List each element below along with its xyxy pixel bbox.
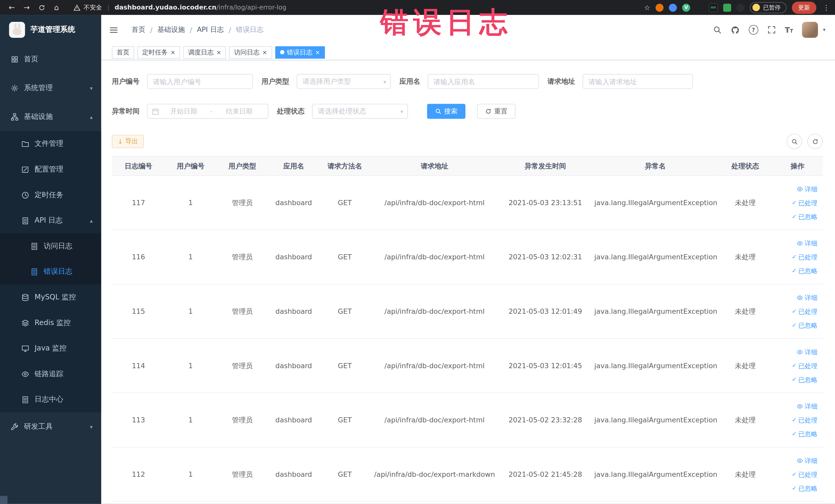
sidebar-item-mysql-monitor[interactable]: MySQL 监控 bbox=[0, 284, 101, 310]
sidebar-item-api-log[interactable]: API 日志 ▴ bbox=[0, 208, 101, 234]
sidebar-item-error-log[interactable]: 错误日志 bbox=[0, 259, 101, 284]
sidebar-toggle-button[interactable] bbox=[109, 25, 118, 35]
reload-button[interactable] bbox=[35, 2, 48, 13]
action-ignored[interactable]: ✓已忽略 bbox=[774, 209, 820, 223]
close-icon[interactable]: × bbox=[262, 49, 267, 55]
site-security-indicator[interactable]: 不安全 bbox=[74, 3, 102, 11]
action-ignored[interactable]: ✓已忽略 bbox=[774, 264, 820, 278]
breadcrumb-api-log[interactable]: API 日志 bbox=[197, 25, 224, 35]
cell-actions: 详细 ✓已处理 ✓已忽略 bbox=[772, 447, 823, 502]
sidebar-item-scheduled-jobs[interactable]: 定时任务 bbox=[0, 182, 101, 208]
extension-icon-orange[interactable] bbox=[656, 3, 664, 11]
tab-scheduled-jobs[interactable]: 定时任务× bbox=[137, 46, 180, 58]
sidebar-item-config-management[interactable]: 配置管理 bbox=[0, 157, 101, 182]
extension-grid-icon[interactable] bbox=[695, 3, 703, 11]
export-button[interactable]: ↓ 导出 bbox=[112, 135, 144, 148]
url-path: /infra/log/api-error-log bbox=[217, 4, 286, 11]
profile-emoji-icon bbox=[752, 4, 760, 11]
action-processed[interactable]: ✓已处理 bbox=[774, 304, 820, 318]
action-detail[interactable]: 详细 bbox=[774, 182, 820, 196]
sidebar-item-redis-monitor[interactable]: Redis 监控 bbox=[0, 310, 101, 336]
forward-button[interactable]: → bbox=[20, 2, 33, 13]
calendar-icon bbox=[152, 107, 159, 115]
tab-access-log[interactable]: 访问日志× bbox=[229, 46, 272, 58]
back-button[interactable]: ← bbox=[5, 2, 18, 13]
action-ignored[interactable]: ✓已忽略 bbox=[774, 318, 820, 332]
github-icon[interactable] bbox=[731, 25, 739, 35]
action-detail[interactable]: 详细 bbox=[774, 236, 820, 250]
action-processed[interactable]: ✓已处理 bbox=[774, 413, 820, 427]
page-content: 用户编号 用户类型 请选择用户类型 ▾ 应用名 bbox=[101, 60, 835, 504]
action-ignored[interactable]: ✓已忽略 bbox=[774, 481, 820, 495]
toggle-search-button[interactable] bbox=[787, 134, 802, 149]
action-processed[interactable]: ✓已处理 bbox=[774, 359, 820, 372]
action-processed[interactable]: ✓已处理 bbox=[774, 196, 820, 209]
refresh-table-button[interactable] bbox=[807, 134, 823, 149]
extension-dark-icon[interactable] bbox=[736, 3, 745, 11]
extension-icon-blue[interactable] bbox=[669, 3, 677, 11]
sidebar-item-system-management[interactable]: 系统管理 ▾ bbox=[0, 74, 101, 102]
caret-down-icon[interactable]: ▾ bbox=[823, 27, 825, 33]
profile-paused-chip[interactable]: 已暂停 bbox=[750, 2, 787, 13]
cell-method: GET bbox=[319, 447, 371, 502]
action-detail[interactable]: 详细 bbox=[774, 399, 820, 413]
sidebar-item-infrastructure[interactable]: 基础设施 ▴ bbox=[0, 102, 101, 131]
col-user-type: 用户类型 bbox=[216, 156, 268, 176]
action-detail[interactable]: 详细 bbox=[774, 345, 820, 359]
tab-error-log[interactable]: 错误日志× bbox=[275, 46, 325, 58]
app-logo[interactable]: 芋道管理系统 bbox=[0, 15, 101, 45]
sidebar-item-dev-tools[interactable]: 研发工具 ▾ bbox=[0, 412, 101, 441]
extension-on-icon[interactable]: on bbox=[709, 3, 718, 12]
extension-leaf-icon[interactable] bbox=[723, 3, 731, 11]
col-log-id: 日志编号 bbox=[112, 156, 165, 176]
app-name-input[interactable] bbox=[428, 74, 539, 89]
filter-request-url: 请求地址 bbox=[548, 74, 693, 89]
select-arrow-icon: ▾ bbox=[401, 108, 403, 114]
user-id-input[interactable] bbox=[147, 74, 253, 89]
action-ignored[interactable]: ✓已忽略 bbox=[774, 372, 820, 386]
chrome-update-button[interactable]: 更新 bbox=[792, 1, 816, 14]
col-actions: 操作 bbox=[772, 156, 823, 176]
sidebar-item-home[interactable]: 首页 bbox=[0, 45, 101, 74]
chrome-menu-icon[interactable]: ⋮ bbox=[823, 3, 830, 11]
breadcrumb-home[interactable]: 首页 bbox=[131, 25, 145, 35]
avatar[interactable] bbox=[802, 22, 818, 38]
address-bar[interactable]: dashboard.yudao.iocoder.cn/infra/log/api… bbox=[115, 4, 286, 11]
cell-method: GET bbox=[319, 284, 371, 339]
fullscreen-icon[interactable] bbox=[767, 26, 776, 34]
sidebar-item-log-center[interactable]: 日志中心 bbox=[0, 387, 101, 412]
start-date-placeholder[interactable]: 开始日期 bbox=[159, 107, 208, 116]
document-icon bbox=[30, 242, 38, 250]
action-processed[interactable]: ✓已处理 bbox=[774, 467, 820, 481]
date-range-picker[interactable]: 开始日期 - 结束日期 bbox=[147, 104, 268, 119]
home-button[interactable]: ⌂ bbox=[50, 2, 63, 13]
sidebar-item-trace[interactable]: 链路追踪 bbox=[0, 361, 101, 387]
font-size-icon[interactable]: TT bbox=[785, 26, 793, 34]
tabs-bar: 首页 定时任务× 调度日志× 访问日志× 错误日志× bbox=[101, 45, 835, 60]
sidebar-item-file-management[interactable]: 文件管理 bbox=[0, 131, 101, 157]
vue-devtools-icon[interactable]: V bbox=[682, 3, 690, 11]
request-url-input[interactable] bbox=[583, 74, 693, 89]
tab-home[interactable]: 首页 bbox=[112, 46, 134, 58]
sidebar-item-java-monitor[interactable]: Java 监控 bbox=[0, 336, 101, 361]
close-icon[interactable]: × bbox=[315, 49, 320, 55]
sidebar-item-access-log[interactable]: 访问日志 bbox=[0, 234, 101, 259]
bookmark-star-icon[interactable]: ☆ bbox=[644, 3, 650, 11]
close-icon[interactable]: × bbox=[170, 49, 175, 55]
tab-schedule-log[interactable]: 调度日志× bbox=[183, 46, 226, 58]
close-icon[interactable]: × bbox=[217, 49, 221, 55]
search-icon[interactable] bbox=[713, 26, 721, 34]
action-processed[interactable]: ✓已处理 bbox=[774, 250, 820, 264]
action-detail[interactable]: 详细 bbox=[774, 454, 820, 467]
end-date-placeholder[interactable]: 结束日期 bbox=[215, 107, 264, 116]
breadcrumb-infrastructure[interactable]: 基础设施 bbox=[157, 25, 185, 35]
app-root: 芋道管理系统 首页 系统管理 ▾ 基础设施 ▴ 文件管理 bbox=[0, 15, 835, 504]
monitor-icon bbox=[21, 344, 29, 352]
user-type-select[interactable]: 请选择用户类型 ▾ bbox=[297, 74, 391, 89]
reset-button[interactable]: 重置 bbox=[477, 104, 515, 119]
process-status-select[interactable]: 请选择处理状态 ▾ bbox=[312, 104, 408, 119]
action-ignored[interactable]: ✓已忽略 bbox=[774, 427, 820, 441]
action-detail[interactable]: 详细 bbox=[774, 291, 820, 304]
help-icon[interactable]: ? bbox=[749, 25, 758, 35]
search-button[interactable]: 搜索 bbox=[427, 104, 465, 119]
